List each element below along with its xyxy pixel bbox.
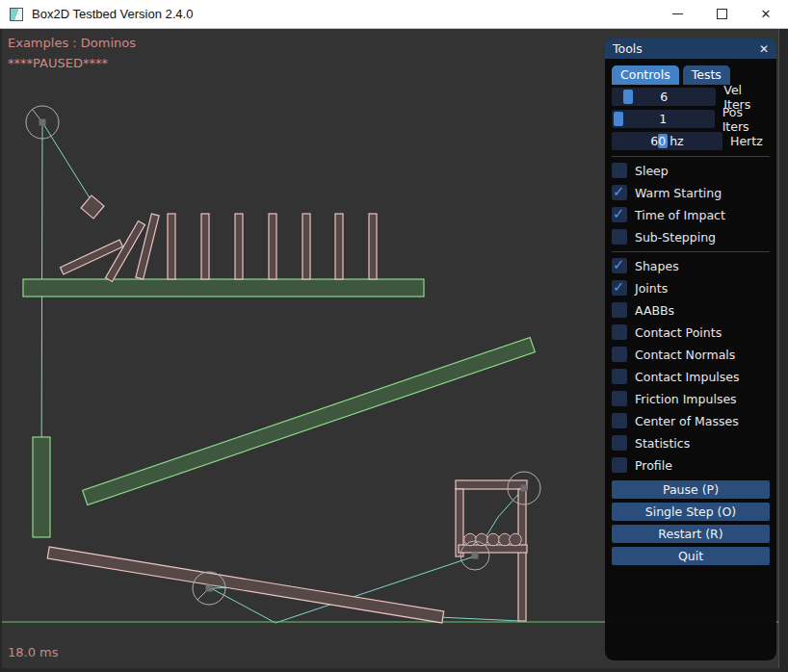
checkbox-joints[interactable]: ✓ Joints	[612, 280, 770, 296]
checkmark-icon: ✓	[613, 278, 625, 296]
checkbox-box[interactable]: ✓	[612, 163, 627, 178]
pos-iters-value: 1	[612, 110, 715, 128]
close-icon: ✕	[761, 8, 772, 20]
checkbox-contact-impulses[interactable]: ✓ Contact Impulses	[612, 369, 770, 384]
checkbox-sleep[interactable]: ✓ Sleep	[612, 163, 770, 178]
checkbox-label: Profile	[635, 458, 672, 473]
checkbox-box[interactable]: ✓	[612, 207, 627, 222]
checkbox-box[interactable]: ✓	[612, 324, 627, 340]
checkbox-label: Contact Impulses	[635, 370, 740, 384]
slider-vel-iters[interactable]: 6 Vel Iters	[612, 88, 770, 106]
checkmark-icon: ✓	[613, 183, 625, 200]
checkbox-profile[interactable]: ✓ Profile	[612, 457, 770, 473]
app-icon	[10, 8, 23, 21]
minimize-icon	[672, 13, 683, 14]
vertical-joint-line	[41, 122, 42, 488]
checkbox-box[interactable]: ✓	[612, 369, 627, 384]
app-window: Box2D Testbed Version 2.4.0 ✕	[0, 0, 788, 672]
separator	[612, 251, 770, 252]
slider-pos-iters[interactable]: 1 Pos Iters	[612, 110, 770, 128]
maximize-button[interactable]	[699, 0, 744, 28]
single-step-button[interactable]: Single Step (O)	[612, 503, 770, 521]
checkbox-friction-impulses[interactable]: ✓ Friction Impulses	[612, 391, 770, 406]
checkbox-label: Contact Points	[635, 325, 722, 340]
ball-2[interactable]	[476, 533, 488, 546]
checkbox-box[interactable]: ✓	[612, 413, 627, 428]
vertical-green-block[interactable]	[33, 437, 50, 537]
domino-upright-6[interactable]	[335, 214, 343, 279]
window-title: Box2D Testbed Version 2.4.0	[32, 7, 193, 21]
physics-viewport[interactable]: Examples : Dominos ****PAUSED**** 18.0 m…	[2, 29, 779, 668]
pos-iters-track[interactable]: 1	[612, 110, 715, 128]
checkbox-box[interactable]: ✓	[612, 229, 627, 245]
vel-iters-value: 6	[612, 88, 716, 106]
domino-upright-4[interactable]	[269, 214, 276, 279]
frame-time-label: 18.0 ms	[8, 645, 59, 659]
slider-hertz[interactable]: 60 hz Hertz	[612, 132, 770, 150]
checkbox-label: AABBs	[635, 303, 674, 318]
checkbox-box[interactable]: ✓	[612, 280, 627, 296]
checkbox-statistics[interactable]: ✓ Statistics	[612, 435, 770, 451]
seesaw-plank[interactable]	[47, 547, 443, 623]
cradle-balls[interactable]	[464, 533, 522, 546]
domino-shelf-platform	[23, 279, 424, 297]
checkbox-label: Warm Starting	[635, 186, 722, 200]
maximize-icon	[717, 9, 727, 19]
minimize-button[interactable]	[655, 0, 699, 28]
checkbox-contact-points[interactable]: ✓ Contact Points	[612, 324, 770, 340]
checkbox-label: Joints	[635, 281, 668, 296]
checkbox-label: Sleep	[635, 164, 669, 178]
checkmark-icon: ✓	[613, 205, 625, 222]
vel-iters-track[interactable]: 6	[612, 88, 716, 106]
window-titlebar[interactable]: Box2D Testbed Version 2.4.0 ✕	[0, 0, 788, 29]
pendulum-joint-line	[42, 122, 93, 204]
domino-upright-3[interactable]	[235, 214, 243, 279]
tab-controls[interactable]: Controls	[612, 65, 679, 85]
domino-upright-7[interactable]	[369, 214, 377, 279]
checkbox-aabbs[interactable]: ✓ AABBs	[612, 302, 770, 318]
close-button[interactable]: ✕	[744, 0, 788, 28]
hertz-label: Hertz	[730, 134, 763, 148]
ground-joint-line	[438, 617, 520, 621]
checkbox-time-of-impact[interactable]: ✓ Time of Impact	[612, 207, 770, 222]
checkbox-box[interactable]: ✓	[612, 185, 627, 200]
tools-panel-title: Tools	[613, 41, 643, 56]
frame-top-bar[interactable]	[456, 480, 527, 489]
tools-panel-titlebar[interactable]: Tools ✕	[605, 39, 776, 59]
pause-button[interactable]: Pause (P)	[612, 480, 770, 499]
quit-button[interactable]: Quit	[612, 547, 770, 565]
checkbox-label: Shapes	[635, 259, 679, 273]
frame-right-post[interactable]	[518, 489, 526, 621]
checkbox-box[interactable]: ✓	[612, 258, 627, 273]
checkbox-shapes[interactable]: ✓ Shapes	[612, 258, 770, 273]
checkmark-icon: ✓	[613, 256, 625, 273]
separator	[612, 156, 770, 157]
checkbox-label: Time of Impact	[635, 208, 725, 222]
checkbox-box[interactable]: ✓	[612, 347, 627, 362]
domino-upright-1[interactable]	[168, 214, 175, 279]
domino-upright-5[interactable]	[302, 214, 310, 279]
checkbox-box[interactable]: ✓	[612, 457, 627, 473]
domino-upright-2[interactable]	[201, 214, 209, 279]
checkbox-label: Contact Normals	[635, 348, 735, 362]
pos-iters-label: Pos Iters	[722, 105, 770, 134]
checkbox-label: Center of Masses	[635, 414, 739, 428]
tools-panel-close-icon[interactable]: ✕	[759, 43, 769, 55]
checkbox-label: Sub-Stepping	[635, 230, 716, 245]
anchor-points	[39, 119, 528, 592]
restart-button[interactable]: Restart (R)	[612, 525, 770, 543]
checkbox-box[interactable]: ✓	[612, 391, 627, 406]
pendulum-box[interactable]	[81, 195, 104, 219]
checkbox-center-of-masses[interactable]: ✓ Center of Masses	[612, 413, 770, 428]
hertz-value: 60 hz	[612, 132, 722, 150]
checkbox-box[interactable]: ✓	[612, 435, 627, 451]
hertz-track[interactable]: 60 hz	[612, 132, 722, 150]
ball-5[interactable]	[510, 533, 522, 546]
checkbox-contact-normals[interactable]: ✓ Contact Normals	[612, 347, 770, 362]
checkbox-label: Friction Impulses	[635, 392, 737, 406]
ball-3[interactable]	[487, 533, 500, 546]
checkbox-label: Statistics	[635, 436, 690, 451]
checkbox-box[interactable]: ✓	[612, 302, 627, 318]
checkbox-sub-stepping[interactable]: ✓ Sub-Stepping	[612, 229, 770, 245]
checkbox-warm-starting[interactable]: ✓ Warm Starting	[612, 185, 770, 200]
